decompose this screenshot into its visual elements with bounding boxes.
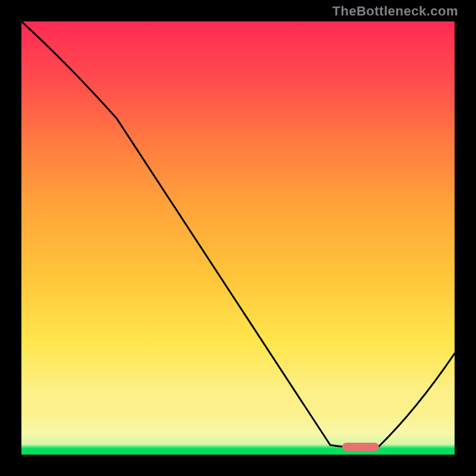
optimal-marker	[342, 443, 379, 451]
plot-area	[21, 21, 455, 455]
bottleneck-curve	[21, 21, 455, 447]
chart-container: TheBottleneck.com	[0, 0, 476, 476]
chart-svg	[21, 21, 455, 455]
watermark-text: TheBottleneck.com	[333, 4, 458, 19]
